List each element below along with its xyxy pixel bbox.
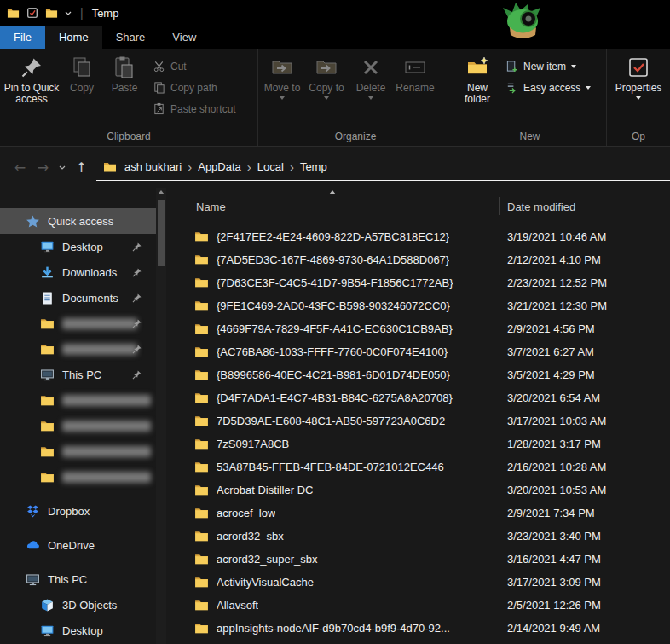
breadcrumb-item[interactable]: Temp	[294, 160, 333, 173]
file-row[interactable]: acrord32_super_sbx3/16/2021 4:47 PM	[166, 548, 670, 571]
sidebar-item-blurred-2[interactable]	[0, 336, 156, 362]
copy-to-button[interactable]: Copy to	[304, 49, 349, 127]
file-name: {7D63CE3F-C4C5-41D7-9B54-F1856C1772AB}	[217, 276, 453, 289]
file-row[interactable]: 7zS0917A8CB1/28/2021 3:17 PM	[166, 432, 670, 455]
sidebar-item-label: Dropbox	[48, 505, 90, 518]
move-to-icon	[269, 55, 295, 80]
folder-icon	[194, 322, 209, 336]
cut-button[interactable]: Cut	[147, 57, 242, 75]
file-row[interactable]: acrocef_low2/9/2021 7:34 PM	[166, 502, 670, 525]
copy-button[interactable]: Copy	[61, 49, 102, 127]
file-row[interactable]: {2F417EE2-4E24-4609-822D-A57BC818EC12}3/…	[166, 225, 670, 248]
pin-to-quick-access-button[interactable]: Pin to Quick access	[2, 49, 61, 127]
scrollbar-up-icon[interactable]	[158, 190, 165, 194]
file-list-pane: Name Date modified {2F417EE2-4E24-4609-8…	[166, 188, 670, 644]
delete-button[interactable]: Delete	[349, 49, 393, 127]
new-item-label: New item	[523, 61, 566, 73]
breadcrumb-item[interactable]: Local	[251, 160, 290, 173]
sidebar-item-blurred-6[interactable]	[0, 464, 156, 490]
onedrive-icon	[26, 538, 40, 553]
pin-icon	[131, 318, 142, 329]
file-row[interactable]: 7D5D39AE-E608-48C1-AB50-597723A0C6D23/17…	[166, 409, 670, 432]
pin-icon	[131, 293, 142, 304]
sidebar-item-downloads[interactable]: Downloads	[0, 259, 156, 285]
file-row[interactable]: {D4F7ADA1-E4C7-4B31-B84C-6275A8A20708}3/…	[166, 386, 670, 409]
sidebar-item-blurred-1[interactable]	[0, 310, 156, 336]
sidebar-item-this-pc-pinned[interactable]: This PC	[0, 362, 156, 387]
file-row[interactable]: Acrobat Distiller DC3/20/2021 10:53 AM	[166, 479, 670, 502]
new-folder-icon[interactable]	[45, 7, 58, 20]
breadcrumb: ash bukhari›AppData›Local›Temp	[118, 160, 333, 174]
file-row[interactable]: Allavsoft2/5/2021 12:26 PM	[166, 594, 670, 617]
file-row[interactable]: {4669F79A-7829-4F5F-A41C-EC630C1CB9AB}2/…	[166, 317, 670, 340]
copy-label: Copy	[70, 83, 94, 94]
file-row[interactable]: ActivityVisualCache3/17/2021 3:09 PM	[166, 571, 670, 594]
sidebar-scrollbar[interactable]	[156, 188, 166, 644]
back-button[interactable]: ←	[9, 156, 32, 179]
move-to-button[interactable]: Move to	[260, 49, 304, 127]
tab-file[interactable]: File	[0, 26, 45, 49]
file-row[interactable]: acrord32_sbx3/23/2021 3:40 PM	[166, 525, 670, 548]
column-header-name[interactable]: Name	[196, 200, 226, 213]
file-row[interactable]: {7AD5ED3C-167F-4869-9730-64A1D588D067}2/…	[166, 248, 670, 271]
chevron-down-icon[interactable]	[65, 11, 72, 15]
breadcrumb-item[interactable]: AppData	[192, 160, 247, 173]
ribbon-group-clipboard: Pin to Quick access Copy Paste	[0, 49, 258, 146]
tab-share[interactable]: Share	[102, 26, 159, 49]
file-row[interactable]: 53A87B45-FFEB-4FEB-84DE-0721012EC4462/16…	[166, 455, 670, 479]
blurred-label	[62, 318, 137, 329]
sidebar-item-documents[interactable]: Documents	[0, 285, 156, 310]
paste-button[interactable]: Paste	[102, 49, 147, 127]
sidebar-item-this-pc[interactable]: This PC	[0, 566, 156, 592]
file-date-modified: 3/19/2021 10:46 AM	[507, 230, 606, 243]
column-divider[interactable]	[499, 197, 500, 215]
sidebar-item-blurred-5[interactable]	[0, 438, 156, 464]
ribbon-group-organize: Move to Copy to Delete	[258, 49, 453, 146]
sidebar-item-onedrive[interactable]: OneDrive	[0, 532, 156, 558]
breadcrumb-item[interactable]: ash bukhari	[118, 160, 188, 173]
properties-check-icon[interactable]	[26, 7, 38, 19]
ribbon-group-new: New folder New item	[453, 49, 607, 146]
paste-shortcut-icon	[153, 102, 165, 115]
tab-view[interactable]: View	[159, 26, 210, 49]
copy-path-icon	[153, 81, 165, 94]
sidebar-item-blurred-4[interactable]	[0, 413, 156, 438]
file-name: acrord32_sbx	[217, 530, 284, 542]
pin-icon	[131, 241, 142, 252]
file-date-modified: 3/7/2021 6:27 AM	[507, 345, 594, 358]
tab-home[interactable]: Home	[45, 26, 102, 49]
new-folder-button[interactable]: New folder	[455, 49, 500, 127]
folder-icon	[40, 444, 55, 459]
file-row[interactable]: {AC76BA86-1033-FFFF-7760-0C0F074E4100}3/…	[166, 340, 670, 363]
recent-locations-chevron-icon[interactable]	[55, 156, 70, 179]
pin-icon	[131, 267, 142, 278]
sidebar-item-desktop[interactable]: Desktop	[0, 234, 156, 259]
sidebar-item-3d-objects[interactable]: 3D Objects	[0, 592, 156, 618]
paste-shortcut-button[interactable]: Paste shortcut	[147, 100, 242, 118]
folder-icon	[194, 276, 209, 290]
file-row[interactable]: {9FE1C469-2AD0-43FC-B598-903246072CC0}3/…	[166, 294, 670, 317]
copy-path-button[interactable]: Copy path	[147, 78, 242, 96]
scrollbar-thumb[interactable]	[158, 200, 165, 266]
easy-access-button[interactable]: Easy access	[500, 78, 597, 96]
sidebar-item-dropbox[interactable]: Dropbox	[0, 498, 156, 524]
address-field[interactable]: ash bukhari›AppData›Local›Temp	[96, 154, 670, 181]
blurred-label	[62, 472, 151, 483]
properties-button[interactable]: Properties	[609, 49, 668, 127]
up-button[interactable]: ↑	[70, 156, 93, 179]
forward-button[interactable]: →	[32, 156, 55, 179]
column-header-date-modified[interactable]: Date modified	[507, 200, 575, 213]
explorer-folder-icon[interactable]	[7, 7, 20, 20]
file-row[interactable]: {7D63CE3F-C4C5-41D7-9B54-F1856C1772AB}2/…	[166, 271, 670, 294]
folder-icon	[194, 552, 209, 566]
file-name: {7AD5ED3C-167F-4869-9730-64A1D588D067}	[217, 253, 449, 266]
sidebar-item-quick-access[interactable]: Quick access	[0, 208, 156, 234]
sidebar-item-desktop-2[interactable]: Desktop	[0, 618, 156, 643]
rename-button[interactable]: Rename	[393, 49, 437, 127]
new-item-button[interactable]: New item	[500, 57, 597, 75]
easy-access-caret-icon	[586, 86, 591, 90]
copy-to-icon	[314, 55, 339, 80]
file-row[interactable]: {B8996586-40EC-4C21-B981-6D01D74DE050}3/…	[166, 363, 670, 386]
sidebar-item-blurred-3[interactable]	[0, 387, 156, 413]
file-row[interactable]: appInsights-nodeAIF-d9b70cd4-b9f9-4d70-9…	[166, 617, 670, 640]
